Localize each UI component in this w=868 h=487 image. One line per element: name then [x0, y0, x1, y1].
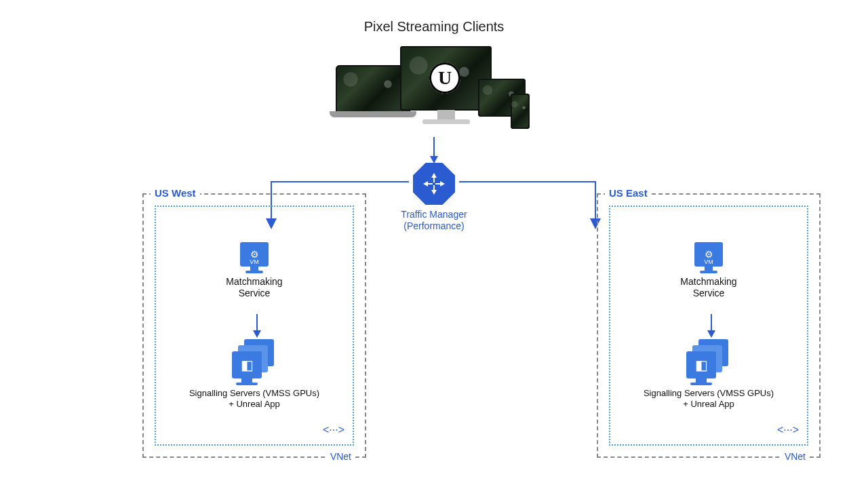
signalling-east: ◧ Signalling Servers (VMSS GPUs) + Unrea…: [610, 339, 807, 410]
monitor-foot: [422, 119, 470, 124]
vnet-label-west: VNet: [326, 451, 355, 462]
phone-icon: [511, 94, 530, 129]
vnet-box-east: ⚙ VM MatchmakingService ◧ Signalling Ser…: [609, 206, 808, 446]
laptop-base: [330, 111, 416, 117]
clients-devices: U: [336, 39, 532, 134]
vmss-icon: ◧: [686, 339, 731, 383]
vnet-box-west: ⚙ VM MatchmakingService ◧ Signalling Ser…: [155, 206, 354, 446]
page-title: Pixel Streaming Clients: [0, 19, 868, 35]
vnet-label-east: VNet: [781, 451, 810, 462]
traffic-manager: Traffic Manager (Performance): [387, 163, 481, 232]
matchmaking-label: MatchmakingService: [610, 276, 807, 299]
vmss-icon: ◧: [232, 339, 277, 383]
matchmaking-east: ⚙ VM MatchmakingService: [610, 242, 807, 299]
region-us-west: US West ⚙ VM MatchmakingService ◧ Signal…: [142, 193, 366, 458]
laptop-icon: [336, 65, 410, 113]
region-title-east: US East: [605, 187, 652, 199]
vm-caption: VM: [694, 258, 723, 265]
traffic-manager-label: Traffic Manager (Performance): [387, 209, 481, 232]
vm-caption: VM: [240, 258, 269, 265]
signalling-label: Signalling Servers (VMSS GPUs) + Unreal …: [610, 388, 807, 410]
vnet-peering-icon: <···>: [777, 424, 799, 436]
vnet-peering-icon: <···>: [323, 424, 344, 436]
signalling-label: Signalling Servers (VMSS GPUs) + Unreal …: [156, 388, 353, 410]
tm-title: Traffic Manager: [387, 209, 481, 220]
region-title-west: US West: [151, 187, 200, 199]
signalling-west: ◧ Signalling Servers (VMSS GPUs) + Unrea…: [156, 339, 353, 410]
vm-icon: ⚙ VM: [240, 242, 269, 267]
traffic-manager-icon: [413, 163, 455, 205]
matchmaking-west: ⚙ VM MatchmakingService: [156, 242, 353, 299]
region-us-east: US East ⚙ VM MatchmakingService ◧ Signal…: [597, 193, 821, 458]
vm-icon: ⚙ VM: [694, 242, 723, 267]
matchmaking-label: MatchmakingService: [156, 276, 353, 299]
tm-subtitle: (Performance): [387, 220, 481, 232]
unreal-logo-icon: U: [429, 62, 460, 94]
